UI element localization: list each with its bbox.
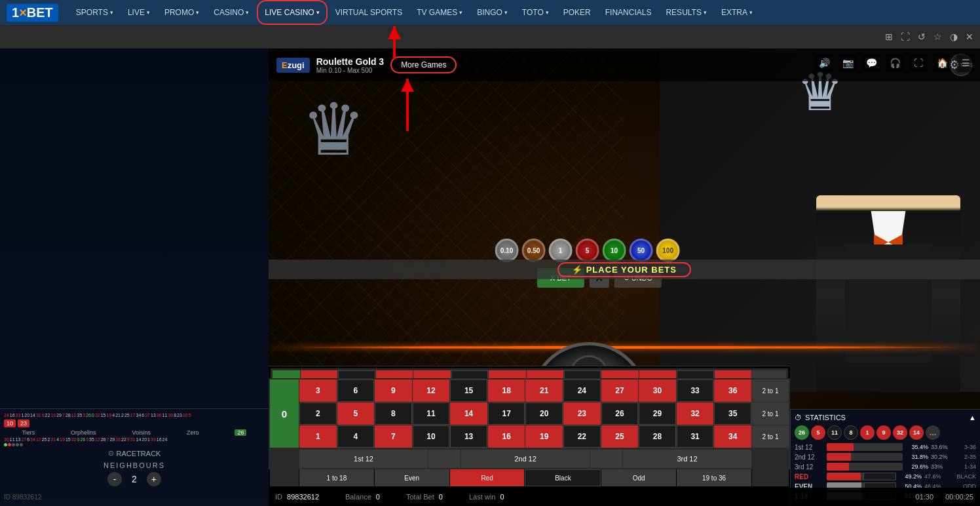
site-logo[interactable]: 1×BET <box>7 4 58 22</box>
cell-zero[interactable]: 0 <box>270 380 299 448</box>
cell-9[interactable]: 9 <box>375 380 412 402</box>
chip-10[interactable]: 10 <box>603 239 626 262</box>
orphelins-label[interactable]: Orphelins <box>71 429 96 436</box>
cell-2to1-2[interactable]: 2 to 1 <box>752 402 789 425</box>
cell-2to1-3[interactable]: 2 to 1 <box>752 425 789 448</box>
cell-28[interactable]: 28 <box>639 425 676 448</box>
dozens-row[interactable]: 1st 12 2nd 12 3rd 12 <box>269 449 790 469</box>
cell-36[interactable]: 36 <box>714 380 751 402</box>
more-games-button[interactable]: More Games <box>390 56 457 73</box>
cell-22[interactable]: 22 <box>563 425 601 448</box>
neighbours-plus-button[interactable]: + <box>147 472 161 486</box>
cell-15[interactable]: 15 <box>450 380 487 402</box>
bet-red[interactable]: Red <box>450 469 525 486</box>
green-dots-row <box>4 443 265 446</box>
nav-tv-games[interactable]: TV GAMES ▾ <box>410 0 469 25</box>
stats-collapse-icon[interactable]: ▲ <box>969 414 976 421</box>
bet-1st-12[interactable]: 1st 12 <box>299 450 428 468</box>
cell-11[interactable]: 11 <box>413 402 450 425</box>
neighbours-minus-button[interactable]: - <box>107 472 122 486</box>
cell-20[interactable]: 20 <box>525 402 563 425</box>
fullscreen-icon[interactable]: ⛶ <box>901 31 910 42</box>
racetrack-oval-area: Tiers Orphelins Voisins Zero 26 30 11 13… <box>4 429 265 446</box>
chip-100[interactable]: 100 <box>656 239 680 262</box>
bet-2nd-12[interactable]: 2nd 12 <box>461 450 590 468</box>
chip-0-10[interactable]: 0.10 <box>495 239 519 262</box>
bet-1-to-18[interactable]: 1 to 18 <box>299 469 374 486</box>
timer-display: 01:30 00:00:25 <box>916 493 973 501</box>
nav-results[interactable]: RESULTS ▾ <box>659 0 713 25</box>
cell-17[interactable]: 17 <box>488 402 525 425</box>
cell-18[interactable]: 18 <box>488 380 525 402</box>
bet-even[interactable]: Even <box>375 469 449 486</box>
cell-30[interactable]: 30 <box>639 380 676 402</box>
nav-bingo[interactable]: BINGO ▾ <box>470 0 514 25</box>
nav-virtual-sports[interactable]: VIRTUAL SPORTS <box>329 0 409 25</box>
cell-33[interactable]: 33 <box>677 380 714 402</box>
headphone-icon[interactable]: 🎧 <box>886 54 904 72</box>
fullscreen-game-icon[interactable]: ⛶ <box>909 54 928 72</box>
cell-2[interactable]: 2 <box>299 402 337 425</box>
stat-more[interactable]: … <box>926 425 940 440</box>
bet-odd[interactable]: Odd <box>601 469 676 486</box>
cell-3[interactable]: 3 <box>299 380 337 402</box>
chip-0-50[interactable]: 0.50 <box>522 239 546 262</box>
nav-toto[interactable]: TOTO ▾ <box>516 0 556 25</box>
voisins-label[interactable]: Voisins <box>132 429 151 436</box>
cell-31[interactable]: 31 <box>677 425 714 448</box>
cell-2to1-1[interactable]: 2 to 1 <box>752 380 789 402</box>
nav-sports[interactable]: SPORTS ▾ <box>69 0 120 25</box>
chip-5[interactable]: 5 <box>576 239 599 262</box>
cell-4[interactable]: 4 <box>337 425 375 448</box>
cell-23[interactable]: 23 <box>563 402 601 425</box>
chip-50[interactable]: 50 <box>630 239 653 262</box>
bet-19-to-36[interactable]: 19 to 36 <box>677 469 751 486</box>
refresh-icon[interactable]: ↺ <box>918 31 926 42</box>
close-icon[interactable]: ✕ <box>966 31 973 42</box>
nav-financials[interactable]: FINANCIALS <box>599 0 658 25</box>
cell-35[interactable]: 35 <box>714 402 751 425</box>
cell-1[interactable]: 1 <box>299 425 337 448</box>
cell-34[interactable]: 34 <box>714 425 751 448</box>
cell-19[interactable]: 19 <box>525 425 563 448</box>
home-icon[interactable]: 🏠 <box>933 54 951 72</box>
nav-live-casino[interactable]: LIVE CASINO ▾ <box>257 0 327 25</box>
cell-7[interactable]: 7 <box>375 425 412 448</box>
nav-casino[interactable]: CASINO ▾ <box>207 0 255 25</box>
external-link-icon[interactable]: ⊞ <box>885 31 893 42</box>
volume-icon[interactable]: 🔊 <box>815 54 833 72</box>
nav-extra[interactable]: EXTRA ▾ <box>715 0 759 25</box>
cell-32[interactable]: 32 <box>677 402 714 425</box>
toggle-icon[interactable]: ◑ <box>950 31 958 42</box>
cell-6[interactable]: 6 <box>337 380 375 402</box>
menu-icon[interactable]: ☰ <box>956 54 975 72</box>
cell-26[interactable]: 26 <box>601 402 639 425</box>
cell-16[interactable]: 16 <box>488 425 525 448</box>
number-grid[interactable]: 0 3 6 9 12 15 18 21 24 27 30 33 36 2 to … <box>269 378 790 449</box>
cell-27[interactable]: 27 <box>601 380 639 402</box>
outside-bets-row[interactable]: 1 to 18 Even Red Black Odd 19 to 36 <box>269 469 790 488</box>
nav-promo[interactable]: PROMO ▾ <box>158 0 206 25</box>
cell-12[interactable]: 12 <box>413 380 450 402</box>
cell-5[interactable]: 5 <box>337 402 375 425</box>
nav-poker[interactable]: POKER <box>557 0 597 25</box>
nav-live[interactable]: LIVE ▾ <box>121 0 157 25</box>
cell-29[interactable]: 29 <box>639 402 676 425</box>
cell-8[interactable]: 8 <box>375 402 412 425</box>
bet-black[interactable]: Black <box>525 469 601 486</box>
chat-icon[interactable]: 💬 <box>862 54 880 72</box>
cell-13[interactable]: 13 <box>450 425 487 448</box>
cell-25[interactable]: 25 <box>601 425 639 448</box>
zero-label[interactable]: Zero <box>187 429 199 436</box>
cell-24[interactable]: 24 <box>563 380 601 402</box>
chip-1[interactable]: 1 <box>549 239 573 262</box>
cell-10[interactable]: 10 <box>413 425 450 448</box>
camera-icon[interactable]: 📷 <box>839 54 857 72</box>
tiers-label[interactable]: Tiers <box>22 429 35 436</box>
star-icon[interactable]: ☆ <box>933 31 942 42</box>
chevron-down-icon: ▾ <box>246 9 249 16</box>
info-balance: Balance 0 <box>345 493 380 501</box>
cell-21[interactable]: 21 <box>525 380 563 402</box>
bet-3rd-12[interactable]: 3rd 12 <box>623 450 751 468</box>
cell-14[interactable]: 14 <box>450 402 487 425</box>
